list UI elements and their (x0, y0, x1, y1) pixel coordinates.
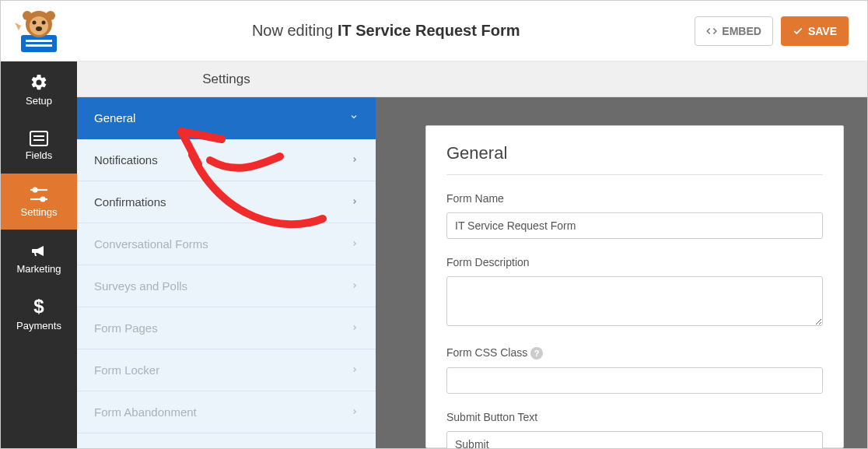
svg-point-14 (33, 188, 37, 191)
svg-point-4 (30, 16, 48, 35)
field-form-css-class: Form CSS Class? (446, 346, 823, 394)
submenu-item-form-locker[interactable]: Form Locker (77, 349, 376, 391)
submenu-item-form-abandonment[interactable]: Form Abandonment (77, 391, 376, 433)
svg-rect-0 (21, 35, 57, 52)
help-icon[interactable]: ? (530, 347, 543, 360)
submit-button-text-input[interactable] (446, 431, 823, 448)
topbar-actions: EMBED SAVE (695, 16, 867, 46)
nav-fields[interactable]: Fields (1, 118, 77, 174)
content-area: General Form Name Form Description Form … (376, 61, 867, 448)
nav-payments[interactable]: $ Payments (1, 286, 77, 342)
svg-point-9 (46, 11, 55, 20)
app-logo (1, 9, 77, 54)
editing-form-title: IT Service Request Form (338, 22, 520, 39)
nav-marketing-label: Marketing (16, 263, 61, 275)
field-form-name: Form Name (446, 192, 823, 239)
submenu-item-label: General (94, 111, 135, 125)
submenu-header: Settings (77, 61, 376, 97)
submenu-item-form-pages[interactable]: Form Pages (77, 307, 376, 349)
content-scroll: General Form Name Form Description Form … (376, 97, 867, 448)
chevron-right-icon (351, 280, 359, 292)
svg-rect-11 (33, 135, 44, 137)
save-label: SAVE (808, 25, 837, 37)
nav-marketing[interactable]: Marketing (1, 230, 77, 286)
bullhorn-icon (30, 241, 48, 260)
submenu-item-label: Form Locker (94, 363, 159, 377)
form-name-input[interactable] (446, 212, 823, 239)
svg-rect-12 (33, 139, 44, 141)
form-description-input[interactable] (446, 276, 823, 326)
dollar-icon: $ (31, 296, 47, 317)
submit-button-text-label: Submit Button Text (446, 411, 823, 423)
submenu-item-notifications[interactable]: Notifications (77, 139, 376, 181)
svg-rect-2 (26, 44, 52, 47)
chevron-right-icon (351, 406, 359, 418)
field-submit-button-text: Submit Button Text (446, 411, 823, 448)
svg-point-16 (41, 197, 45, 201)
sliders-icon (29, 186, 49, 203)
submenu-item-label: Form Pages (94, 321, 158, 335)
svg-rect-1 (26, 40, 52, 42)
field-form-description: Form Description (446, 256, 823, 329)
nav-setup-label: Setup (26, 95, 52, 107)
submenu-item-label: Confirmations (94, 195, 166, 209)
submenu-item-label: Surveys and Polls (94, 279, 187, 293)
submenu-item-conversational-forms[interactable]: Conversational Forms (77, 223, 376, 265)
form-name-label: Form Name (446, 192, 823, 205)
main-area: Setup Fields Settings Marketing (1, 61, 867, 448)
submenu-item-label: Notifications (94, 153, 158, 167)
settings-submenu: Settings General Notifications Confirmat… (77, 61, 376, 448)
embed-label: EMBED (722, 25, 761, 37)
submenu-item-label: Form Abandonment (94, 405, 197, 419)
submenu-item-label: Conversational Forms (94, 237, 208, 251)
content-topstrip (376, 61, 867, 97)
form-description-label: Form Description (446, 256, 823, 268)
chevron-right-icon (351, 238, 359, 250)
form-css-class-label: Form CSS Class? (446, 346, 823, 360)
svg-point-6 (42, 20, 46, 24)
check-icon (793, 26, 803, 37)
chevron-right-icon (351, 196, 359, 208)
chevron-right-icon (351, 322, 359, 334)
nav-fields-label: Fields (26, 149, 53, 161)
svg-text:$: $ (33, 296, 44, 317)
code-icon (706, 26, 717, 37)
svg-rect-10 (30, 132, 47, 146)
primary-nav: Setup Fields Settings Marketing (1, 61, 77, 448)
chevron-right-icon (351, 154, 359, 166)
editing-prefix: Now editing (252, 22, 338, 39)
submenu-item-surveys-polls[interactable]: Surveys and Polls (77, 265, 376, 307)
general-settings-panel: General Form Name Form Description Form … (425, 125, 844, 448)
svg-point-5 (33, 20, 37, 24)
svg-point-8 (23, 11, 32, 20)
nav-settings[interactable]: Settings (1, 174, 77, 230)
nav-setup[interactable]: Setup (1, 61, 77, 118)
nav-payments-label: Payments (16, 320, 61, 331)
list-icon (30, 131, 48, 146)
svg-point-7 (36, 26, 42, 31)
submenu-item-general[interactable]: General (77, 97, 376, 139)
chevron-down-icon (349, 112, 359, 124)
submenu-item-confirmations[interactable]: Confirmations (77, 181, 376, 223)
form-css-class-input[interactable] (446, 367, 823, 394)
save-button[interactable]: SAVE (781, 16, 849, 46)
nav-settings-label: Settings (21, 206, 58, 218)
topbar: Now editing IT Service Request Form EMBE… (1, 1, 867, 61)
chevron-right-icon (351, 364, 359, 376)
panel-heading: General (446, 143, 823, 175)
bear-logo-icon (12, 9, 66, 54)
embed-button[interactable]: EMBED (695, 16, 773, 46)
editing-title: Now editing IT Service Request Form (77, 22, 695, 40)
gear-icon (30, 73, 48, 92)
